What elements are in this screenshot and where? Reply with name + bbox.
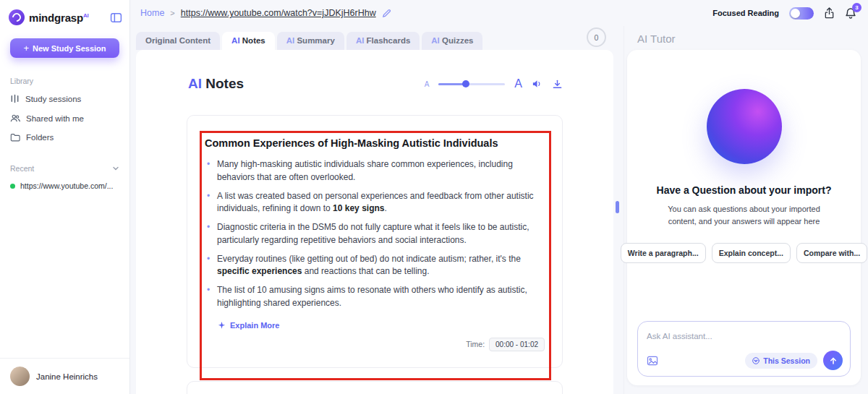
chevron-down-icon[interactable]	[112, 165, 119, 172]
user-name: Janine Heinrichs	[36, 372, 98, 381]
note-bullet: Everyday routines (like getting out of b…	[205, 253, 545, 279]
new-study-session-button[interactable]: + New Study Session	[10, 38, 119, 58]
ask-ai-input-box: This Session	[637, 321, 851, 377]
note-bullet: A list was created based on personal exp…	[205, 190, 545, 216]
chevron-down-icon	[752, 357, 760, 364]
status-dot-icon	[10, 184, 15, 189]
sidebar-collapse-icon[interactable]	[110, 12, 122, 24]
tab-ai-quizzes[interactable]: AI Quizzes	[422, 32, 482, 50]
breadcrumb-separator: >	[170, 9, 174, 17]
toggle-knob	[791, 9, 800, 18]
tab-ai-summary[interactable]: AI Summary	[277, 32, 344, 50]
tab-ai-flashcards[interactable]: AI Flashcards	[346, 32, 420, 50]
edit-pencil-icon[interactable]	[382, 9, 391, 18]
tab-original-content[interactable]: Original Content	[136, 32, 220, 50]
breadcrumb-home[interactable]: Home	[140, 8, 164, 18]
user-row[interactable]: Janine Heinrichs	[0, 358, 129, 394]
notes-inner: AI Notes A A	[187, 74, 563, 394]
send-button[interactable]	[823, 351, 843, 370]
notes-header: AI Notes A A	[187, 74, 563, 93]
focused-reading-toggle[interactable]	[789, 7, 814, 20]
logo-text: mindgraspAI	[29, 12, 89, 24]
note-section-title: Common Experiences of High-Masking Autis…	[205, 137, 545, 149]
ask-ai-input[interactable]	[647, 332, 843, 341]
notes-controls: A A	[425, 77, 563, 90]
tab-ai-notes[interactable]: AI Notes	[222, 32, 275, 50]
explain-more-button[interactable]: Explain More	[205, 321, 545, 330]
ai-tutor-panel: AI Tutor Have a Question about your impo…	[624, 26, 868, 394]
scrollbar-thumb[interactable]	[616, 201, 619, 213]
chip-explain-concept[interactable]: Explain concept...	[712, 243, 791, 263]
explain-more-icon	[217, 321, 226, 330]
notes-column: Original Content AI Notes AI Summary AI …	[130, 26, 624, 394]
app-root: mindgraspAI + New Study Session Library …	[0, 0, 868, 394]
people-icon	[10, 114, 20, 123]
suggestion-chips: Write a paragraph... Explain concept... …	[621, 243, 867, 263]
session-selector-label: This Session	[763, 356, 810, 365]
sidebar-item-shared-with-me[interactable]: Shared with me	[0, 108, 129, 128]
time-label: Time:	[466, 340, 485, 348]
library-section-label: Library	[0, 69, 129, 89]
new-session-label: New Study Session	[33, 44, 106, 53]
notes-card: AI Notes A A	[136, 50, 613, 394]
sidebar-item-label: Shared with me	[26, 114, 84, 123]
recent-item-youtube[interactable]: https://www.youtube.com/...	[0, 176, 129, 195]
sidebar-item-folders[interactable]: Folders	[0, 128, 129, 147]
notification-badge: 3	[852, 3, 861, 12]
download-icon[interactable]	[552, 79, 563, 90]
focused-reading-label: Focused Reading	[712, 9, 779, 17]
image-attach-icon[interactable]	[647, 356, 658, 366]
note-bullet: Diagnostic criteria in the DSM5 do not f…	[205, 221, 545, 247]
sidebar: mindgraspAI + New Study Session Library …	[0, 0, 130, 394]
progress-circle[interactable]: 0	[587, 27, 606, 47]
note-bullet-list: Many high-masking autistic individuals s…	[205, 158, 545, 310]
slider-knob[interactable]	[462, 80, 469, 87]
note-bullet: The list of 10 amusing signs aims to res…	[205, 284, 545, 310]
ai-tutor-card: Have a Question about your import? You c…	[627, 50, 861, 385]
page-title: AI Notes	[187, 76, 244, 92]
folder-icon	[10, 133, 20, 142]
font-size-small-label: A	[425, 80, 430, 88]
share-icon[interactable]	[824, 7, 835, 19]
session-selector[interactable]: This Session	[745, 353, 817, 369]
explain-more-label: Explain More	[230, 321, 279, 330]
slider-fill	[438, 83, 464, 85]
bars-icon	[10, 94, 20, 103]
breadcrumb-url: https://www.youtube.com/watch?v=jJDKjH6r…	[181, 8, 376, 18]
note-bullet: Many high-masking autistic individuals s…	[205, 158, 545, 184]
note-section-card-next: Sign 1: Hyper-Focus on Specific Textures	[187, 381, 563, 394]
ai-tutor-title: AI Tutor	[637, 33, 861, 45]
chip-write-paragraph[interactable]: Write a paragraph...	[621, 243, 706, 263]
plus-icon: +	[23, 43, 29, 53]
timestamp-badge[interactable]: 00:00 - 01:02	[489, 338, 545, 351]
font-size-slider[interactable]	[438, 83, 505, 85]
tutor-question-subtext: You can ask questions about your importe…	[660, 203, 828, 227]
time-row: Time: 00:00 - 01:02	[205, 335, 545, 360]
arrow-up-icon	[829, 356, 838, 365]
sidebar-item-label: Study sessions	[25, 95, 81, 103]
ai-orb-graphic	[707, 89, 782, 164]
mindgrasp-logo-icon	[9, 9, 25, 25]
speaker-icon[interactable]	[532, 79, 542, 89]
logo-row: mindgraspAI	[0, 0, 129, 31]
note-section-card: Common Experiences of High-Masking Autis…	[187, 115, 563, 368]
main-area: Home > https://www.youtube.com/watch?v=j…	[130, 0, 868, 394]
recent-item-label: https://www.youtube.com/...	[20, 181, 113, 190]
logo-ai-superscript: AI	[83, 12, 89, 19]
sidebar-item-label: Folders	[26, 133, 54, 142]
avatar	[10, 367, 30, 386]
tabs-row: Original Content AI Notes AI Summary AI …	[136, 32, 624, 50]
chip-compare-with[interactable]: Compare with...	[796, 243, 867, 263]
ask-bottom-row: This Session	[647, 351, 843, 370]
topbar-right: Focused Reading 3	[712, 7, 856, 20]
recent-section-label: Recent	[0, 157, 129, 176]
bell-icon[interactable]: 3	[845, 7, 856, 20]
tutor-question-heading: Have a Question about your import?	[657, 184, 832, 196]
topbar: Home > https://www.youtube.com/watch?v=j…	[130, 0, 868, 26]
sidebar-item-study-sessions[interactable]: Study sessions	[0, 89, 129, 108]
content-row: Original Content AI Notes AI Summary AI …	[130, 26, 868, 394]
font-size-large-label: A	[514, 77, 522, 90]
